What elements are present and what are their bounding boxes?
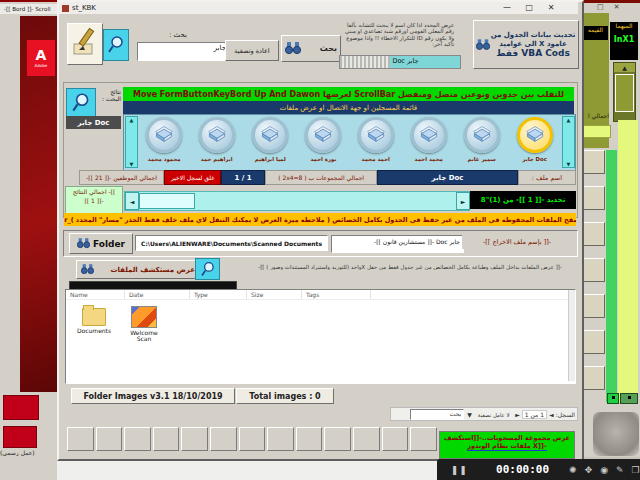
empty-cell[interactable] (353, 427, 380, 451)
empty-cell[interactable] (124, 427, 151, 451)
empty-cell[interactable] (410, 427, 437, 451)
rw-letter-button[interactable] (583, 150, 605, 174)
printer-icon[interactable] (464, 117, 500, 153)
contact-item[interactable]: احمد محمد (350, 117, 402, 167)
filter-indicator[interactable]: لا عامل تصفية (478, 411, 510, 417)
empty-cell[interactable] (67, 427, 94, 451)
rw-letter-button[interactable] (583, 186, 605, 210)
record-search-box[interactable]: بحث (410, 409, 464, 420)
scrollbar-thumb[interactable] (139, 193, 195, 209)
down-arrow-icon[interactable]: ▼ (567, 161, 571, 167)
main-titlebar[interactable]: st_KBK — □ ✕ (59, 2, 578, 14)
reset-filter-button[interactable]: اعادة وتصفية (225, 40, 279, 61)
output-name-field[interactable]: جابر Doc -[[ مستشارين قانون ]]- (331, 235, 464, 253)
search-icon-button[interactable] (103, 29, 129, 61)
down-arrow-icon[interactable]: ▼ (130, 161, 134, 167)
column-tags[interactable]: Tags (302, 290, 371, 299)
rw-scrollbar[interactable]: ▲ (613, 62, 636, 122)
printer-icon[interactable] (517, 117, 553, 153)
rw-mini-green-1[interactable] (607, 393, 619, 404)
empty-cell[interactable] (153, 427, 180, 451)
doc-field[interactable]: جابر Doc (339, 55, 461, 69)
empty-cell[interactable] (96, 427, 123, 451)
draw-icon[interactable]: ✎ (616, 465, 624, 475)
explorer-search-icon-button[interactable] (195, 258, 220, 280)
records-scrollbar[interactable]: ◄ ► (124, 191, 470, 211)
file-explorer-button[interactable]: عرض مستكشف الملفات (76, 260, 200, 279)
up-arrow-icon[interactable]: ▲ (567, 117, 571, 123)
rw-mini-green-2[interactable] (620, 393, 638, 404)
empty-cell[interactable] (324, 427, 351, 451)
window-icon[interactable]: ❐ (632, 465, 640, 475)
rw-scroll-up-icon[interactable]: ▲ (614, 63, 635, 72)
contact-item[interactable]: جابر Doc (509, 117, 561, 167)
empty-cell[interactable] (239, 427, 266, 451)
list-item[interactable]: Welcome Scan (124, 302, 164, 342)
right-window-buttons[interactable]: □ ✕ (597, 3, 624, 11)
column-type[interactable]: Type (190, 290, 247, 299)
empty-cell[interactable] (181, 427, 208, 451)
file-list-scrollbar[interactable] (568, 290, 575, 381)
recorder-toolbar: ❚❚ 00:00:00 ✺ ✥ ◉ ✎ ❐ (437, 459, 640, 480)
empty-cell[interactable] (382, 427, 409, 451)
contact-item[interactable]: نورة احمد (297, 117, 349, 167)
rw-inx-label: InX1 (610, 35, 638, 44)
record-prev-icon[interactable]: ◄ (549, 411, 554, 418)
rw-scroll-thumb[interactable] (615, 74, 634, 112)
empty-cell[interactable] (210, 427, 237, 451)
list-item[interactable]: Documents (74, 302, 114, 342)
official-label: (عمل رسمي) (0, 449, 46, 456)
record-next-icon[interactable]: ► (515, 411, 520, 418)
adobe-a-icon: A (36, 48, 47, 62)
column-size[interactable]: Size (247, 290, 302, 299)
printer-icon[interactable] (146, 117, 182, 153)
browse-hint-bar: عرض وتصفح الملفات المحفوظه في الملف من غ… (64, 213, 576, 226)
printer-icon[interactable] (411, 117, 447, 153)
up-arrow-icon[interactable]: ▲ (130, 117, 134, 123)
results-total-box: ]]- اجمالي النتائج -[[ 1 ]] (65, 186, 123, 214)
close-last-badge[interactable]: غلق لسجل الاخير (164, 170, 221, 185)
explore-windows-box[interactable]: عرض مجموعة المسحوبات..-[[استكشف ملفات نظ… (439, 431, 575, 459)
file-list-header[interactable]: Name Date Type Size Tags (66, 290, 575, 300)
pause-icon[interactable]: ❚❚ (451, 465, 468, 475)
doc-field-hatch (340, 56, 390, 68)
folder-path-field[interactable]: C:\Users\ALIENWARE\Documents\Scanned Doc… (135, 235, 328, 251)
empty-cell[interactable] (267, 427, 294, 451)
rw-letter-button[interactable] (583, 258, 605, 282)
record-navigator[interactable]: السجل: ◄ 1 من 1 ► لا عامل تصفية ▼ بحث (390, 407, 578, 421)
file-list[interactable]: Name Date Type Size Tags Documents Welco… (65, 289, 576, 384)
search-button[interactable]: بحث (281, 35, 341, 62)
contacts-scroll-right[interactable]: ▲▼ (562, 116, 575, 168)
search-label: بحث : (169, 31, 224, 39)
contact-item[interactable]: محمود محمد (138, 117, 190, 167)
contact-item[interactable]: لميا ابراهيم (244, 117, 296, 167)
column-date[interactable]: Date (125, 290, 190, 299)
main-window-icon (62, 5, 69, 12)
rw-letter-button[interactable] (583, 294, 605, 318)
update-table-button[interactable]: تحديث بيانات الجدول من عامود X الى عوامي… (473, 20, 579, 69)
empty-cell[interactable] (296, 427, 323, 451)
printer-icon[interactable] (305, 117, 341, 153)
rw-letter-button[interactable] (583, 366, 605, 390)
edit-button[interactable] (67, 23, 103, 65)
contact-item[interactable]: محمد احمد (403, 117, 455, 167)
results-search-icon-button[interactable] (66, 88, 96, 117)
printer-icon[interactable] (358, 117, 394, 153)
settings-icon[interactable]: ✺ (569, 465, 577, 475)
rw-letter-button[interactable] (583, 222, 605, 246)
column-name[interactable]: Name (66, 290, 125, 299)
scroll-left-arrow-icon[interactable]: ◄ (125, 192, 139, 210)
camera-icon[interactable]: ◉ (600, 465, 608, 475)
contact-item[interactable]: ابراهيم حمد (191, 117, 243, 167)
printer-icon[interactable] (199, 117, 235, 153)
left-window-titlebar[interactable]: -[[ Bord ]]- Scroll (0, 4, 57, 14)
scroll-right-arrow-icon[interactable]: ► (456, 192, 470, 210)
main-window-buttons[interactable]: — □ ✕ (503, 3, 560, 12)
folder-button[interactable]: Folder (69, 233, 133, 254)
contacts-scroll-left[interactable]: ▲▼ (125, 116, 138, 168)
printer-icon[interactable] (252, 117, 288, 153)
contact-item[interactable]: سمير غانم (456, 117, 508, 167)
search-input[interactable]: جابر (137, 42, 229, 61)
fullscreen-icon[interactable]: ✥ (585, 465, 593, 475)
rw-letter-button[interactable] (583, 330, 605, 354)
